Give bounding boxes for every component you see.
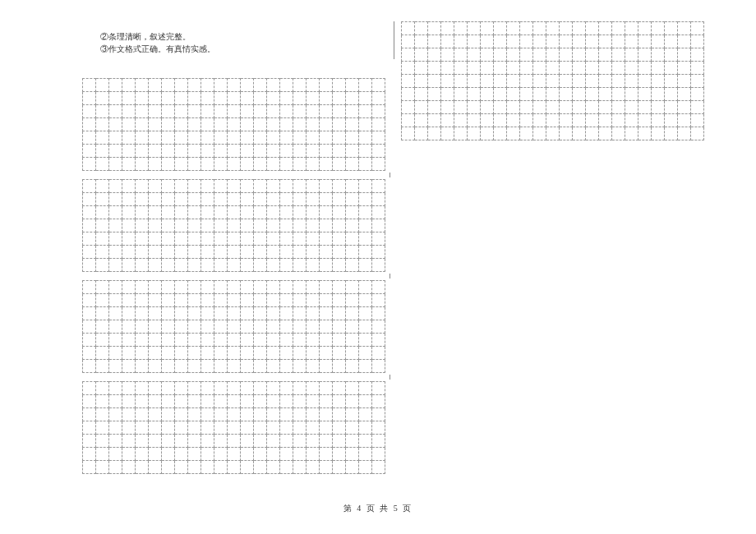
writing-cell bbox=[359, 259, 372, 272]
writing-cell bbox=[149, 193, 162, 206]
writing-cell bbox=[481, 48, 494, 62]
writing-cell bbox=[149, 421, 162, 435]
writing-cell bbox=[307, 421, 320, 435]
writing-grid-left-4 bbox=[82, 381, 385, 474]
writing-cell bbox=[359, 79, 372, 92]
writing-cell bbox=[228, 259, 241, 272]
writing-cell bbox=[136, 360, 149, 373]
writing-cell bbox=[441, 48, 454, 62]
writing-cell bbox=[122, 294, 136, 307]
writing-cell bbox=[333, 131, 346, 145]
writing-cell bbox=[402, 22, 415, 35]
writing-cell bbox=[136, 259, 149, 272]
writing-cell bbox=[520, 62, 533, 75]
writing-cell bbox=[162, 360, 175, 373]
writing-cell bbox=[586, 62, 599, 75]
writing-cell bbox=[533, 127, 546, 140]
writing-cell bbox=[201, 408, 214, 421]
writing-cell bbox=[241, 435, 254, 448]
writing-cell bbox=[175, 193, 188, 206]
writing-cell bbox=[415, 114, 428, 127]
writing-cell bbox=[214, 395, 228, 408]
writing-cell bbox=[546, 22, 560, 35]
writing-cell bbox=[109, 320, 122, 334]
writing-cell bbox=[175, 219, 188, 232]
writing-cell bbox=[254, 232, 267, 246]
writing-cell bbox=[122, 334, 136, 347]
writing-cell bbox=[254, 347, 267, 360]
writing-cell bbox=[293, 246, 307, 259]
writing-cell bbox=[372, 334, 385, 347]
writing-cell bbox=[83, 131, 96, 145]
writing-cell bbox=[320, 180, 333, 193]
writing-cell bbox=[267, 232, 280, 246]
writing-cell bbox=[109, 118, 122, 131]
writing-cell bbox=[162, 382, 175, 395]
writing-cell bbox=[359, 206, 372, 219]
writing-cell bbox=[520, 88, 533, 101]
writing-cell bbox=[267, 281, 280, 294]
writing-cell bbox=[136, 193, 149, 206]
writing-cell bbox=[267, 145, 280, 158]
writing-cell bbox=[359, 219, 372, 232]
writing-cell bbox=[320, 259, 333, 272]
writing-cell bbox=[293, 360, 307, 373]
writing-cell bbox=[586, 114, 599, 127]
writing-cell bbox=[175, 145, 188, 158]
writing-cell bbox=[468, 88, 481, 101]
writing-cell bbox=[586, 88, 599, 101]
writing-cell bbox=[109, 408, 122, 421]
writing-cell bbox=[83, 307, 96, 320]
writing-cell bbox=[320, 105, 333, 118]
writing-cell bbox=[149, 294, 162, 307]
writing-cell bbox=[214, 118, 228, 131]
writing-cell bbox=[428, 101, 441, 114]
writing-cell bbox=[201, 435, 214, 448]
writing-cell bbox=[109, 246, 122, 259]
writing-cell bbox=[520, 114, 533, 127]
writing-cell bbox=[122, 180, 136, 193]
writing-cell bbox=[149, 145, 162, 158]
writing-cell bbox=[83, 395, 96, 408]
writing-cell bbox=[372, 307, 385, 320]
writing-cell bbox=[612, 101, 625, 114]
writing-cell bbox=[267, 408, 280, 421]
writing-cell bbox=[333, 421, 346, 435]
writing-cell bbox=[346, 294, 359, 307]
writing-cell bbox=[96, 79, 109, 92]
writing-cell bbox=[612, 127, 625, 140]
writing-cell bbox=[546, 48, 560, 62]
writing-cell bbox=[428, 75, 441, 88]
writing-cell bbox=[468, 114, 481, 127]
writing-cell bbox=[612, 35, 625, 48]
writing-cell bbox=[96, 281, 109, 294]
writing-cell bbox=[175, 92, 188, 105]
writing-cell bbox=[109, 206, 122, 219]
writing-cell bbox=[109, 232, 122, 246]
writing-cell bbox=[96, 158, 109, 171]
writing-cell bbox=[468, 35, 481, 48]
writing-cell bbox=[293, 448, 307, 461]
writing-cell bbox=[638, 62, 652, 75]
writing-cell bbox=[280, 421, 293, 435]
writing-cell bbox=[652, 114, 665, 127]
writing-cell bbox=[415, 62, 428, 75]
writing-cell bbox=[241, 259, 254, 272]
writing-cell bbox=[293, 219, 307, 232]
writing-cell bbox=[241, 246, 254, 259]
writing-cell bbox=[402, 114, 415, 127]
writing-cell bbox=[307, 158, 320, 171]
writing-cell bbox=[293, 193, 307, 206]
writing-cell bbox=[320, 320, 333, 334]
writing-cell bbox=[280, 219, 293, 232]
writing-cell bbox=[241, 92, 254, 105]
writing-cell bbox=[83, 246, 96, 259]
writing-cell bbox=[280, 307, 293, 320]
writing-cell bbox=[346, 232, 359, 246]
writing-cell bbox=[188, 105, 201, 118]
writing-cell bbox=[267, 118, 280, 131]
writing-cell bbox=[188, 219, 201, 232]
writing-cell bbox=[254, 259, 267, 272]
writing-cell bbox=[665, 127, 678, 140]
writing-cell bbox=[307, 219, 320, 232]
